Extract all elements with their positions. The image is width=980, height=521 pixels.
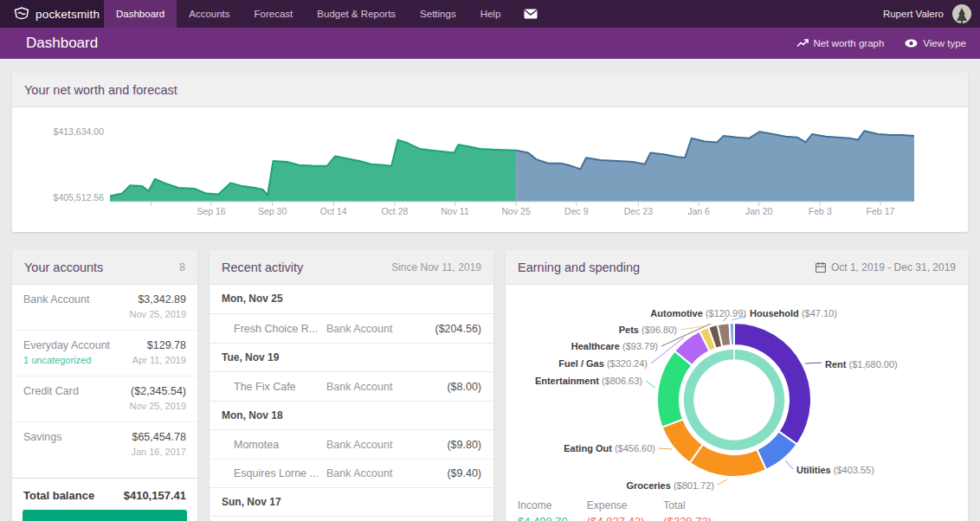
- activity-date-header: Sun, Nov 17: [210, 487, 493, 517]
- net-worth-panel: Your net worth and forecast Sep 16Sep 30…: [12, 73, 968, 232]
- recent-activity-title: Recent activity: [222, 260, 303, 274]
- transaction-row[interactable]: Fresh Choice R...Bank Account($204.56): [210, 314, 493, 343]
- total-balance-label: Total balance: [23, 489, 94, 502]
- account-last-updated: Apr 11, 2019: [132, 355, 186, 365]
- account-row[interactable]: Bank Account$3,342.89Nov 25, 2019: [12, 285, 197, 331]
- account-balance: ($2,345.54): [131, 385, 186, 397]
- activity-date-header: Mon, Nov 25: [210, 285, 493, 314]
- transaction-amount: ($204.56): [435, 323, 481, 335]
- uncategorized-badge[interactable]: 1 uncategorized: [23, 355, 91, 365]
- leader-line: [646, 381, 655, 388]
- account-name[interactable]: Bank Account: [23, 293, 89, 306]
- page-title: Dashboard: [26, 35, 98, 52]
- earning-spending-header: Earning and spending Oct 1, 2019 - Dec 3…: [506, 250, 968, 285]
- accounts-count-badge: 8: [179, 261, 185, 273]
- recent-activity-panel: Recent activity Since Nov 11, 2019 Mon, …: [210, 250, 493, 521]
- net-worth-title: Your net worth and forecast: [24, 83, 177, 97]
- expense-value: ($4,827.42): [587, 515, 645, 521]
- pocketsmith-logo[interactable]: pocketsmith: [0, 0, 104, 28]
- nav-tab-help[interactable]: Help: [468, 0, 513, 28]
- net-worth-chart[interactable]: Sep 16Sep 30Oct 14Oct 28Nov 11Nov 25Dec …: [12, 107, 968, 232]
- account-row[interactable]: Savings$65,454.78Jan 16, 2017: [12, 422, 197, 467]
- transaction-row[interactable]: MomoteaBank Account($9.80): [210, 430, 493, 459]
- net-worth-svg: [12, 107, 968, 232]
- transaction-row[interactable]: The Fix CafeBank Account($8.00): [210, 372, 493, 401]
- spending-donut-chart[interactable]: [506, 285, 968, 510]
- account-name[interactable]: Savings: [23, 431, 61, 443]
- earning-spending-title: Earning and spending: [518, 260, 640, 274]
- envelope-icon: [524, 9, 538, 19]
- view-type-button[interactable]: View type: [905, 38, 966, 48]
- transaction-account: Bank Account: [325, 467, 447, 479]
- top-nav: pocketsmith DashboardAccountsForecastBud…: [0, 0, 980, 28]
- recent-activity-header: Recent activity Since Nov 11, 2019: [210, 250, 493, 285]
- account-name[interactable]: Everyday Account: [23, 339, 110, 351]
- transaction-row[interactable]: [210, 517, 493, 521]
- nav-tab-forecast[interactable]: Forecast: [242, 0, 306, 28]
- nav-tab-accounts[interactable]: Accounts: [177, 0, 242, 28]
- total-value: ($328.72): [663, 515, 712, 521]
- income-expense-legend: Income $4,498.70 Expense ($4,827.42) Tot…: [518, 499, 712, 521]
- total-label: Total: [663, 499, 712, 511]
- net-worth-panel-header: Your net worth and forecast: [12, 73, 968, 107]
- transaction-row[interactable]: Esquires Lorne ...Bank Account($9.40): [210, 459, 493, 487]
- nav-tab-settings[interactable]: Settings: [408, 0, 468, 28]
- calendar-icon: [816, 262, 826, 273]
- leader-line: [732, 316, 746, 320]
- nav-tab-dashboard[interactable]: Dashboard: [104, 0, 177, 28]
- net-worth-graph-button[interactable]: Net worth graph: [796, 38, 885, 48]
- leader-line: [659, 448, 672, 449]
- account-last-updated: Jan 16, 2017: [131, 447, 186, 457]
- account-balance: $129.78: [147, 339, 186, 351]
- nav-tab-budget-reports[interactable]: Budget & Reports: [305, 0, 408, 28]
- income-ring-segment[interactable]: [683, 349, 785, 451]
- transaction-merchant[interactable]: The Fix Cafe: [234, 381, 325, 393]
- transaction-amount: ($9.80): [447, 439, 481, 451]
- date-range[interactable]: Oct 1, 2019 - Dec 31, 2019: [816, 261, 956, 273]
- account-row[interactable]: Everyday Account$129.781 uncategorizedAp…: [12, 331, 197, 376]
- account-row[interactable]: Credit Card($2,345.54)Nov 25, 2019: [12, 376, 197, 422]
- leader-line: [785, 460, 793, 469]
- leader-line: [718, 479, 727, 485]
- account-last-updated: Nov 25, 2019: [130, 401, 186, 411]
- accounts-title: Your accounts: [24, 260, 103, 274]
- activity-date-header: Mon, Nov 18: [210, 401, 493, 430]
- donut-svg: [506, 285, 968, 510]
- transaction-account: Bank Account: [325, 439, 447, 451]
- accounts-list: Bank Account$3,342.89Nov 25, 2019Everyda…: [12, 285, 197, 467]
- line-graph-icon: [796, 39, 809, 48]
- income-value: $4,498.70: [518, 515, 568, 521]
- page-header: Dashboard Net worth graph View type: [0, 28, 980, 59]
- income-label: Income: [518, 499, 568, 511]
- nav-tabs: DashboardAccountsForecastBudget & Report…: [104, 0, 513, 28]
- total-balance-row: Total balance $410,157.41: [12, 478, 197, 512]
- transaction-merchant[interactable]: Esquires Lorne ...: [234, 467, 325, 479]
- total-balance-value: $410,157.41: [124, 489, 186, 502]
- transaction-account: Bank Account: [325, 323, 435, 335]
- account-last-updated: Nov 25, 2019: [130, 309, 186, 319]
- transaction-merchant[interactable]: Momotea: [234, 439, 325, 451]
- accounts-panel-header: Your accounts 8: [12, 250, 197, 285]
- activity-list: Mon, Nov 25Fresh Choice R...Bank Account…: [210, 285, 493, 521]
- transaction-amount: ($9.40): [447, 467, 481, 479]
- expense-label: Expense: [587, 499, 645, 511]
- recent-activity-since: Since Nov 11, 2019: [391, 261, 481, 273]
- brand-name: pocketsmith: [35, 8, 100, 21]
- leader-line: [805, 363, 822, 363]
- earning-spending-panel: Earning and spending Oct 1, 2019 - Dec 3…: [506, 250, 968, 521]
- pocketsmith-shield-icon: [14, 7, 29, 21]
- transaction-account: Bank Account: [325, 381, 447, 393]
- activity-date-header: Tue, Nov 19: [210, 343, 493, 372]
- mail-button[interactable]: [513, 0, 549, 28]
- leader-line: [723, 318, 727, 321]
- transaction-merchant[interactable]: Fresh Choice R...: [234, 323, 325, 335]
- slice-household[interactable]: [730, 323, 734, 345]
- account-balance: $65,454.78: [132, 431, 186, 443]
- go-to-accounts-button[interactable]: Go to accounts: [23, 510, 187, 521]
- eye-icon: [905, 39, 918, 48]
- avatar[interactable]: [952, 4, 971, 23]
- account-balance: $3,342.89: [138, 293, 186, 306]
- account-name[interactable]: Credit Card: [23, 385, 79, 397]
- transaction-amount: ($8.00): [447, 381, 481, 393]
- user-name[interactable]: Rupert Valero: [883, 9, 944, 19]
